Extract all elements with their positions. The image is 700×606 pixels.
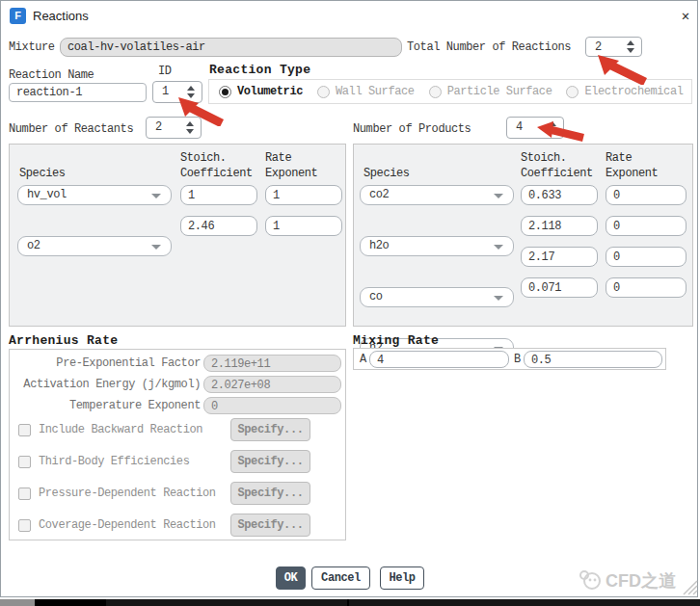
reaction-name-label: Reaction Name <box>9 66 94 84</box>
coverage-dependent-specify-button[interactable]: Specify... <box>230 514 310 537</box>
reaction-id-value: 1 <box>162 84 169 100</box>
cancel-button[interactable]: Cancel <box>311 566 370 590</box>
resize-grip-icon[interactable] <box>681 578 698 595</box>
reactant-stoich-input[interactable]: 2.46 <box>180 216 257 236</box>
dropdown-arrow-icon <box>151 245 161 250</box>
dropdown-arrow-icon <box>151 194 161 198</box>
products-species-header: Species <box>363 166 410 181</box>
reactants-table: Species Stoich.Coefficient RateExponent … <box>9 144 346 327</box>
product-stoich-input[interactable]: 0.633 <box>521 185 598 205</box>
pressure-dependent-specify-button[interactable]: Specify... <box>230 482 310 505</box>
mixture-label: Mixture <box>9 39 55 56</box>
coverage-dependent-checkbox[interactable] <box>18 519 31 532</box>
radio-unselected-icon <box>566 86 579 98</box>
num-reactants-label: Number of Reactants <box>9 120 133 138</box>
activation-energy-field: 2.027e+08 <box>203 376 341 393</box>
spin-down-icon[interactable] <box>186 129 194 134</box>
mixing-b-input[interactable]: 0.5 <box>524 351 662 368</box>
radio-electrochemical: Electrochemical <box>566 85 683 98</box>
close-icon[interactable]: ✕ <box>676 7 695 26</box>
pre-exponential-field: 2.119e+11 <box>203 355 341 372</box>
pressure-dependent-label: Pressure-Dependent Reaction <box>39 482 216 505</box>
mixture-field: coal-hv-volatiles-air <box>60 38 402 57</box>
title-bar[interactable]: F Reactions ✕ <box>1 1 697 30</box>
product-rate-input[interactable]: 0 <box>606 247 687 267</box>
radio-unselected-icon <box>429 86 442 98</box>
radio-label: Volumetric <box>237 85 303 98</box>
watermark-text: CFD之道 <box>606 569 676 593</box>
reaction-id-label: ID <box>158 63 172 80</box>
include-backward-label: Include Backward Reaction <box>39 418 202 441</box>
radio-label: Electrochemical <box>584 85 683 98</box>
ok-button[interactable]: OK <box>276 566 306 590</box>
coverage-dependent-label: Coverage-Dependent Reaction <box>39 514 216 537</box>
fluent-app-icon: F <box>10 8 26 24</box>
products-rate-header: RateExponent <box>606 150 658 181</box>
annotation-arrow-icon <box>177 96 226 126</box>
reaction-type-label: Reaction Type <box>209 62 310 79</box>
window-title: Reactions <box>33 8 89 24</box>
reactants-stoich-header: Stoich.Coefficient <box>180 150 253 181</box>
activation-energy-label: Activation Energy (j/kgmol) <box>10 376 201 393</box>
dropdown-arrow-icon <box>494 194 503 198</box>
product-stoich-input[interactable]: 2.17 <box>521 247 598 267</box>
product-species-dropdown[interactable]: co2 <box>360 185 514 205</box>
mixing-a-label: A <box>360 351 366 368</box>
reactions-dialog: F Reactions ✕ Mixture coal-hv-volatiles-… <box>0 0 698 597</box>
third-body-specify-button[interactable]: Specify... <box>230 450 310 473</box>
taskbar-edge <box>0 599 700 606</box>
mixing-b-label: B <box>514 351 521 368</box>
third-body-checkbox[interactable] <box>18 456 31 468</box>
help-button[interactable]: Help <box>380 566 424 590</box>
pressure-dependent-checkbox[interactable] <box>18 487 31 500</box>
total-reactions-label: Total Number of Reactions <box>407 39 571 56</box>
annotation-arrow-icon <box>597 54 649 85</box>
mixing-rate-group: A 4 B 0.5 <box>353 348 666 370</box>
taskbar-segment <box>35 599 106 606</box>
product-species-dropdown[interactable]: h2o <box>360 236 514 256</box>
reactant-stoich-input[interactable]: 1 <box>180 185 257 205</box>
taskbar-divider <box>347 599 349 606</box>
reactant-species-dropdown[interactable]: hv_vol <box>17 185 172 205</box>
num-products-value: 4 <box>516 119 523 136</box>
reactant-species-dropdown[interactable]: o2 <box>17 236 172 256</box>
reactant-rate-input[interactable]: 1 <box>265 185 342 205</box>
product-stoich-input[interactable]: 2.118 <box>521 216 598 236</box>
product-stoich-input[interactable]: 0.071 <box>521 277 598 298</box>
dropdown-arrow-icon <box>494 296 503 301</box>
radio-unselected-icon <box>317 86 330 98</box>
product-rate-input[interactable]: 0 <box>606 185 687 205</box>
arrhenius-title: Arrhenius Rate <box>9 332 118 350</box>
radio-particle-surface: Particle Surface <box>429 85 552 98</box>
mixing-a-input[interactable]: 4 <box>369 351 509 368</box>
radio-label: Particle Surface <box>447 85 552 98</box>
dropdown-arrow-icon <box>494 245 503 250</box>
radio-volumetric[interactable]: Volumetric <box>219 85 303 98</box>
taskbar-segment <box>0 599 35 606</box>
include-backward-checkbox[interactable] <box>18 424 31 436</box>
radio-label: Wall Surface <box>336 85 415 98</box>
spin-up-icon[interactable] <box>187 86 195 91</box>
arrhenius-group: Pre-Exponential Factor 2.119e+11 Activat… <box>9 349 346 540</box>
reactants-rate-header: RateExponent <box>265 150 317 181</box>
product-rate-input[interactable]: 0 <box>606 277 687 298</box>
include-backward-specify-button[interactable]: Specify... <box>230 418 310 441</box>
reactant-rate-input[interactable]: 1 <box>265 216 342 236</box>
temperature-exponent-label: Temperature Exponent <box>10 397 201 414</box>
radio-wall-surface: Wall Surface <box>317 85 415 98</box>
pre-exponential-label: Pre-Exponential Factor <box>10 355 201 372</box>
num-products-label: Number of Products <box>353 120 471 138</box>
products-table: Species Stoich.Coefficient RateExponent … <box>353 144 693 327</box>
spin-up-icon[interactable] <box>627 40 634 45</box>
product-species-dropdown[interactable]: co <box>360 287 514 307</box>
spin-down-icon[interactable] <box>627 48 634 53</box>
screenshot-stage: F Reactions ✕ Mixture coal-hv-volatiles-… <box>0 0 700 606</box>
product-rate-input[interactable]: 0 <box>606 216 687 236</box>
reaction-name-input[interactable]: reaction-1 <box>9 83 147 102</box>
num-reactants-value: 2 <box>155 119 162 136</box>
temperature-exponent-field: 0 <box>203 397 341 414</box>
watermark-logo-icon <box>578 567 603 593</box>
annotation-arrow-icon <box>537 121 587 143</box>
products-stoich-header: Stoich.Coefficient <box>521 150 593 181</box>
third-body-label: Third-Body Efficiencies <box>39 450 189 473</box>
